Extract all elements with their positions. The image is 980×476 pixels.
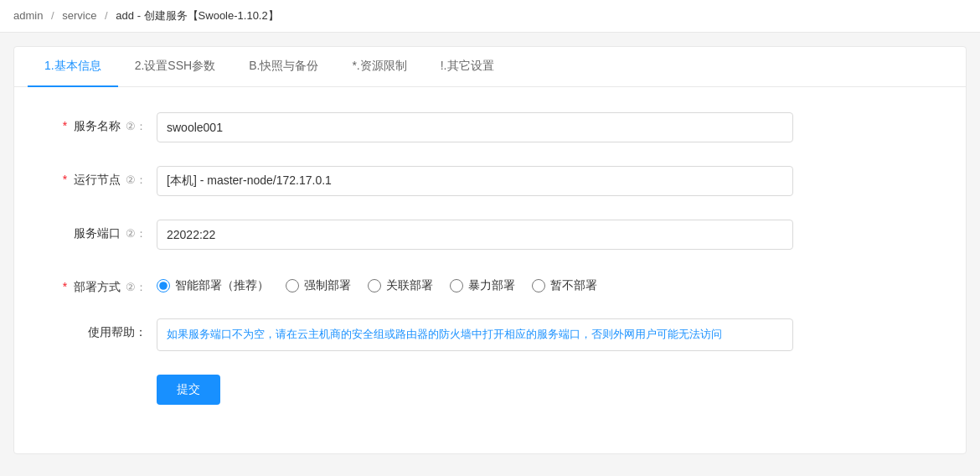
deploy-mode-control: 智能部署（推荐） 强制部署 关联部署 暴力部署 bbox=[157, 273, 793, 293]
deploy-mode-row: * 部署方式 ②： 智能部署（推荐） 强制部署 关联部署 bbox=[14, 273, 966, 295]
tab-snapshot[interactable]: B.快照与备份 bbox=[232, 47, 335, 87]
breadcrumb-admin[interactable]: admin bbox=[13, 9, 43, 22]
service-port-control bbox=[157, 220, 793, 250]
radio-smart-input[interactable] bbox=[157, 279, 170, 292]
service-port-label: 服务端口 ②： bbox=[48, 220, 157, 241]
form-body: * 服务名称 ②： * 运行节点 ②： 服务端口 ②： bbox=[14, 87, 966, 453]
service-port-row: 服务端口 ②： bbox=[14, 220, 966, 250]
help-text-control: 如果服务端口不为空，请在云主机商的安全组或路由器的防火墙中打开相应的服务端口，否… bbox=[157, 318, 793, 351]
service-port-help-icon[interactable]: ②： bbox=[126, 227, 147, 240]
run-node-help-icon[interactable]: ②： bbox=[126, 173, 147, 186]
deploy-mode-radio-group: 智能部署（推荐） 强制部署 关联部署 暴力部署 bbox=[157, 273, 793, 293]
submit-row: 提交 bbox=[14, 375, 966, 405]
deploy-mode-label: * 部署方式 ②： bbox=[48, 273, 157, 295]
service-name-row: * 服务名称 ②： bbox=[14, 112, 966, 142]
help-text-row: 使用帮助： 如果服务端口不为空，请在云主机商的安全组或路由器的防火墙中打开相应的… bbox=[14, 318, 966, 351]
breadcrumb-current: add - 创建服务【Swoole-1.10.2】 bbox=[116, 9, 278, 22]
main-panel: 1.基本信息 2.设置SSH参数 B.快照与备份 *.资源限制 !.其它设置 *… bbox=[13, 46, 967, 454]
help-text-label: 使用帮助： bbox=[48, 318, 157, 340]
tab-basic[interactable]: 1.基本信息 bbox=[28, 47, 118, 87]
tab-other[interactable]: !.其它设置 bbox=[424, 47, 511, 87]
radio-linked[interactable]: 关联部署 bbox=[368, 278, 433, 293]
service-name-input[interactable] bbox=[157, 112, 793, 142]
radio-none[interactable]: 暂不部署 bbox=[532, 278, 597, 293]
deploy-mode-help-icon[interactable]: ②： bbox=[126, 281, 147, 293]
radio-linked-input[interactable] bbox=[368, 279, 381, 292]
service-port-input[interactable] bbox=[157, 220, 793, 250]
radio-force[interactable]: 强制部署 bbox=[286, 278, 351, 293]
radio-brute[interactable]: 暴力部署 bbox=[450, 278, 515, 293]
help-text-content: 如果服务端口不为空，请在云主机商的安全组或路由器的防火墙中打开相应的服务端口，否… bbox=[157, 318, 793, 351]
tab-ssh[interactable]: 2.设置SSH参数 bbox=[118, 47, 232, 87]
radio-brute-input[interactable] bbox=[450, 279, 463, 292]
run-node-input[interactable] bbox=[157, 166, 793, 196]
run-node-control bbox=[157, 166, 793, 196]
radio-force-input[interactable] bbox=[286, 279, 299, 292]
radio-smart[interactable]: 智能部署（推荐） bbox=[157, 278, 269, 293]
radio-none-input[interactable] bbox=[532, 279, 545, 292]
service-name-help-icon[interactable]: ②： bbox=[126, 120, 147, 132]
service-name-label: * 服务名称 ②： bbox=[48, 112, 157, 134]
run-node-label: * 运行节点 ②： bbox=[48, 166, 157, 188]
breadcrumb: admin / service / add - 创建服务【Swoole-1.10… bbox=[0, 0, 980, 33]
tab-resources[interactable]: *.资源限制 bbox=[335, 47, 423, 87]
run-node-row: * 运行节点 ②： bbox=[14, 166, 966, 196]
breadcrumb-service[interactable]: service bbox=[62, 9, 96, 22]
submit-button[interactable]: 提交 bbox=[157, 375, 220, 405]
tab-bar: 1.基本信息 2.设置SSH参数 B.快照与备份 *.资源限制 !.其它设置 bbox=[14, 47, 966, 87]
service-name-control bbox=[157, 112, 793, 142]
